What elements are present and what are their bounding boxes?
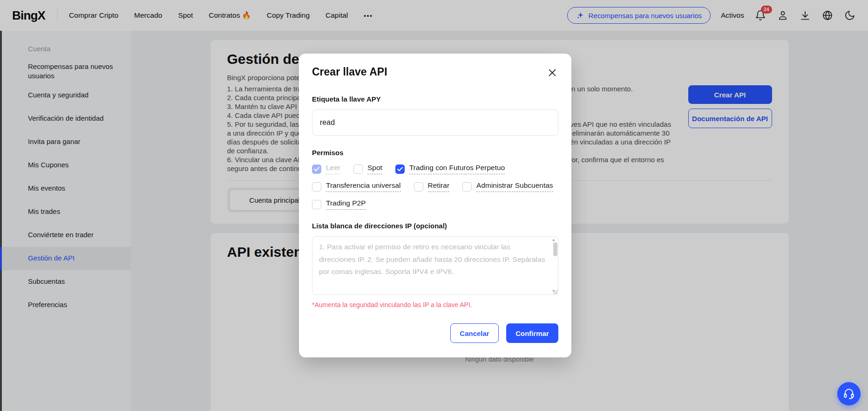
permissions-row: Trading P2P: [312, 199, 558, 210]
scroll-up-icon[interactable]: ▲: [552, 238, 556, 242]
scrollbar-thumb[interactable]: [553, 242, 557, 256]
ip-whitelist-wrap: ▲ ▼: [312, 236, 558, 295]
api-key-label-title: Etiqueta la llave APY: [312, 95, 558, 103]
permission-spot[interactable]: Spot: [353, 164, 382, 174]
checkbox-checked[interactable]: [395, 164, 405, 174]
ip-security-warning: *Aumenta la seguridad vinculando las IP …: [312, 301, 558, 308]
checkbox-unchecked[interactable]: [462, 182, 472, 192]
checkbox-unchecked[interactable]: [312, 182, 321, 192]
modal-footer: Cancelar Confirmar: [312, 323, 558, 343]
permission-label: Trading P2P: [326, 199, 366, 210]
permission-label: Administrar Subcuentas: [476, 181, 553, 192]
checkbox-unchecked[interactable]: [353, 164, 363, 174]
close-icon[interactable]: [546, 67, 558, 80]
checkbox-checked-disabled[interactable]: [312, 164, 321, 174]
permission-label: Trading con Futuros Perpetuo: [409, 164, 505, 174]
ip-whitelist-label: Lista blanca de direcciones IP (opcional…: [312, 222, 558, 230]
permission-futuros-perpetuo[interactable]: Trading con Futuros Perpetuo: [395, 164, 505, 174]
permission-label: Leer: [326, 164, 340, 174]
permission-transferencia-universal[interactable]: Transferencia universal: [312, 181, 401, 192]
permission-label: Retirar: [428, 181, 450, 192]
api-key-label-input[interactable]: [312, 110, 558, 136]
checkbox-unchecked[interactable]: [414, 182, 423, 192]
permission-label: Transferencia universal: [326, 181, 401, 192]
permissions-title: Permisos: [312, 149, 558, 157]
permissions-row: Leer Spot Trading con Futuros Perpetuo: [312, 164, 558, 174]
create-api-key-modal: Crear llave API Etiqueta la llave APY Pe…: [299, 54, 571, 357]
permissions-row: Transferencia universal Retirar Administ…: [312, 181, 558, 192]
cancel-button[interactable]: Cancelar: [450, 323, 499, 343]
permission-retirar[interactable]: Retirar: [414, 181, 450, 192]
permission-label: Spot: [367, 164, 382, 174]
permission-trading-p2p[interactable]: Trading P2P: [312, 199, 366, 210]
support-button[interactable]: [837, 382, 861, 405]
checkbox-unchecked[interactable]: [312, 200, 321, 209]
permission-leer[interactable]: Leer: [312, 164, 340, 174]
headset-icon: [843, 388, 855, 400]
confirm-button[interactable]: Confirmar: [506, 323, 558, 343]
ip-whitelist-textarea[interactable]: [312, 236, 558, 295]
modal-title: Crear llave API: [312, 66, 387, 78]
permission-administrar-subcuentas[interactable]: Administrar Subcuentas: [462, 181, 553, 192]
